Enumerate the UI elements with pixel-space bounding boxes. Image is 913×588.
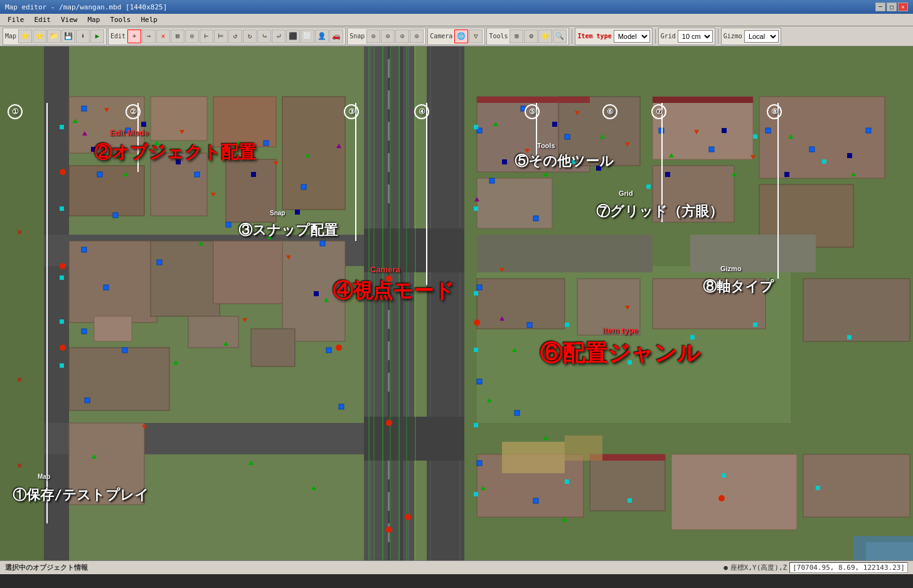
- svg-rect-17: [69, 97, 144, 153]
- svg-rect-116: [552, 122, 557, 127]
- tb-camera-persp[interactable]: ▽: [469, 29, 483, 43]
- status-left: 選択中のオブジェクト情報: [5, 563, 88, 572]
- tb-tools-b2[interactable]: ⚙: [524, 29, 538, 43]
- svg-text:✕: ✕: [17, 227, 22, 237]
- tb-camera-globe[interactable]: 🌐: [454, 29, 468, 43]
- tb-tools-b4[interactable]: 🔍: [553, 29, 567, 43]
- svg-rect-115: [502, 159, 507, 164]
- tb-edit-b12[interactable]: 🚗: [329, 29, 343, 43]
- svg-rect-76: [82, 106, 87, 111]
- svg-point-168: [405, 514, 411, 520]
- tb-snap-b4[interactable]: ⊙: [410, 29, 424, 43]
- gizmo-select[interactable]: Local World: [744, 30, 779, 43]
- menu-map[interactable]: Map: [83, 14, 105, 25]
- svg-rect-191: [847, 335, 852, 339]
- main-viewport[interactable]: ✕ ✕ ✕ ① Map: [0, 46, 913, 574]
- tb-edit-b10[interactable]: ⬜: [301, 29, 314, 43]
- tb-edit-b1[interactable]: ⊠: [171, 29, 184, 43]
- tb-tools-b1[interactable]: ⊞: [510, 29, 523, 43]
- toolbar-itemtype-section: Item type Model Road Object Light: [575, 28, 652, 45]
- svg-rect-71: [388, 461, 390, 479]
- tb-edit-b9[interactable]: ⬛: [286, 29, 300, 43]
- svg-rect-72: [388, 492, 390, 511]
- map-label: Map: [5, 33, 16, 40]
- svg-rect-177: [474, 125, 478, 129]
- svg-rect-47: [803, 279, 910, 341]
- menu-view[interactable]: View: [56, 14, 83, 25]
- tb-edit-b5[interactable]: ↺: [228, 29, 242, 43]
- svg-rect-176: [60, 363, 64, 368]
- tb-edit-b6[interactable]: ↻: [243, 29, 257, 43]
- svg-rect-65: [388, 153, 390, 172]
- svg-rect-172: [60, 125, 64, 129]
- item-type-select[interactable]: Model Road Object Light: [614, 30, 650, 43]
- svg-rect-28: [282, 97, 345, 210]
- tb-edit-b11[interactable]: 👤: [315, 29, 329, 43]
- svg-rect-40: [477, 279, 565, 329]
- svg-rect-62: [388, 59, 390, 78]
- menu-file[interactable]: File: [3, 14, 29, 25]
- menu-tools[interactable]: Tools: [105, 14, 136, 25]
- toolbar-camera-section: Camera 🌐 ▽: [427, 28, 485, 45]
- svg-rect-178: [474, 206, 478, 211]
- svg-rect-77: [125, 128, 131, 133]
- tb-map-download[interactable]: ⬇: [76, 29, 90, 43]
- tb-edit-b4[interactable]: ⊨: [214, 29, 228, 43]
- toolbar-grid-section: Grid 1 cm 5 cm 10 cm 50 cm 1 m: [658, 28, 715, 45]
- tb-edit-b8[interactable]: ⤾: [272, 29, 286, 43]
- close-button[interactable]: ✕: [898, 3, 908, 11]
- menubar: File Edit View Map Tools Help: [0, 14, 913, 26]
- tb-edit-move[interactable]: →: [142, 29, 156, 43]
- tb-snap-b1[interactable]: ⊙: [366, 29, 380, 43]
- minimize-button[interactable]: ─: [875, 3, 885, 11]
- camera-label: Camera: [430, 33, 452, 40]
- tb-map-open[interactable]: 📁: [47, 29, 61, 43]
- svg-rect-109: [91, 147, 96, 152]
- svg-rect-27: [213, 241, 289, 304]
- svg-rect-22: [151, 97, 207, 141]
- tb-edit-delete[interactable]: ✕: [156, 29, 170, 43]
- svg-rect-195: [816, 486, 820, 490]
- tb-edit-b7[interactable]: ⤿: [257, 29, 271, 43]
- maximize-button[interactable]: □: [887, 3, 897, 11]
- svg-rect-105: [709, 147, 714, 152]
- svg-rect-32: [251, 329, 295, 366]
- tb-snap-b2[interactable]: ⊙: [381, 29, 395, 43]
- gizmo-label: Gizmo: [723, 33, 742, 40]
- svg-rect-192: [565, 479, 569, 484]
- toolbar-edit-section: Edit + → ✕ ⊠ ⊙ ⊢ ⊨ ↺ ↻ ⤿ ⤾ ⬛ ⬜ 👤 🚗: [108, 28, 346, 45]
- menu-help[interactable]: Help: [136, 14, 163, 25]
- tb-map-star2[interactable]: ⭐: [33, 29, 46, 43]
- tb-map-play[interactable]: ▶: [90, 29, 104, 43]
- menu-edit[interactable]: Edit: [29, 14, 56, 25]
- tb-edit-b2[interactable]: ⊙: [185, 29, 199, 43]
- svg-rect-89: [301, 184, 306, 190]
- svg-rect-110: [141, 122, 146, 127]
- tb-snap-b3[interactable]: ⊙: [395, 29, 409, 43]
- svg-rect-68: [388, 310, 390, 329]
- svg-point-165: [336, 345, 342, 351]
- svg-rect-24: [151, 241, 220, 316]
- toolbar: Map ⭐ ⭐ 📁 💾 ⬇ ▶ Edit + → ✕ ⊠ ⊙ ⊢ ⊨ ↺ ↻ ⤿…: [0, 26, 913, 46]
- svg-rect-106: [766, 128, 771, 133]
- edit-label: Edit: [110, 33, 125, 40]
- svg-rect-31: [188, 316, 238, 348]
- svg-point-170: [474, 319, 480, 326]
- tb-map-save2[interactable]: 💾: [61, 29, 75, 43]
- sep3: [718, 29, 718, 44]
- svg-rect-119: [722, 128, 727, 133]
- svg-text:✕: ✕: [17, 460, 22, 470]
- svg-rect-118: [665, 172, 670, 177]
- title-text: Map editor - /map/wangan.mbd [1440x825]: [5, 3, 167, 11]
- grid-select[interactable]: 1 cm 5 cm 10 cm 50 cm 1 m: [678, 30, 713, 43]
- selected-obj-label: 選択中のオブジェクト情報: [5, 563, 88, 572]
- tb-edit-add[interactable]: +: [127, 29, 141, 43]
- svg-rect-5: [400, 46, 403, 574]
- svg-rect-19: [69, 241, 157, 323]
- svg-rect-183: [571, 159, 575, 164]
- tb-tools-b3[interactable]: ⭐: [538, 29, 552, 43]
- svg-rect-12: [364, 228, 464, 272]
- status-right: ● 座標X,Y(高度),Z [70704.95, 8.69, 122143.23…: [723, 562, 908, 573]
- tb-edit-b3[interactable]: ⊢: [200, 29, 213, 43]
- tb-map-save[interactable]: ⭐: [18, 29, 32, 43]
